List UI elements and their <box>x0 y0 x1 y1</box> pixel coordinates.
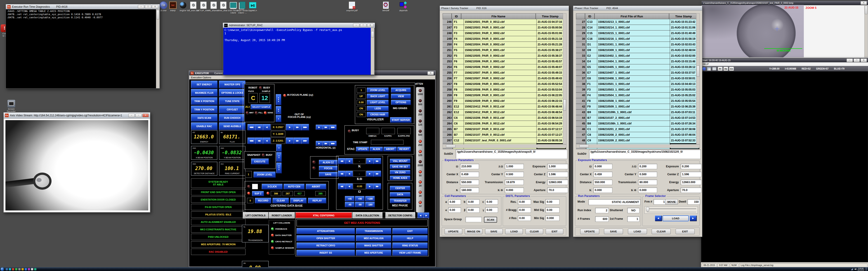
md2-grid-md2-autoalign-button[interactable]: MD2 AUTOALIGN <box>356 235 391 241</box>
survey-clear-button[interactable]: CLEAR <box>526 229 543 234</box>
table-row[interactable]: 246F11508210501_PAIR_0_0012.cbf21-AUG-15… <box>442 19 566 25</box>
md2-data-button[interactable]: DATA <box>390 192 410 197</box>
replay-button[interactable]: REPLAY <box>308 198 326 203</box>
kappa-jog-right-2-icon[interactable]: ▶▶ <box>373 158 381 164</box>
save-button[interactable]: SAVE <box>319 172 338 177</box>
exposure-exposure[interactable]: 1.000 <box>547 164 568 169</box>
crystal-snapshot-image[interactable]: 21-AUG-15 50 MICRONS <box>702 5 804 57</box>
vm-zero-button[interactable]: VM ZERO <box>390 170 410 174</box>
table-row[interactable]: 47C81508210208_2_0001.cbf21-AUG-15 07:46… <box>576 132 700 138</box>
abort-centering-button[interactable]: ABORT <box>306 184 326 189</box>
table-row[interactable]: 251F51508210505_PAIR_0_0001.cbf21-AUG-15… <box>442 47 566 53</box>
md2-grid-open-shutter-button[interactable]: OPEN SHUTTER <box>297 235 355 241</box>
survey-subdir-value[interactable]: /gpfs1/users/harvard/sirano_C_1535/image… <box>456 149 567 159</box>
x-jog-left-1-icon[interactable]: ◀ <box>263 124 271 130</box>
z-jog-right-1-icon[interactable]: ▶ <box>286 138 293 144</box>
atten-slot[interactable]: 125 <box>418 150 422 160</box>
desktop-icon-10[interactable]: PDFxraychrt.pdf <box>345 1 359 12</box>
md2-grid-exit-button[interactable]: EXIT <box>393 228 428 234</box>
tab-robot-loader[interactable]: ROBOT LOADER <box>269 212 295 218</box>
maximize-icon[interactable]: □ <box>145 5 151 8</box>
frame-prev-icon[interactable]: ◀ <box>655 215 662 221</box>
table-row[interactable]: 258F81508210508_PAIR_0_0002.cbf21-AUG-15… <box>442 87 566 93</box>
jog-up-2-icon[interactable]: ▲▲ <box>276 106 281 114</box>
omega-jog-button[interactable]: +90 <box>355 196 365 201</box>
taskbar-item[interactable] <box>22 268 24 270</box>
tray-icon-volume[interactable] <box>854 268 856 270</box>
align-cz-button[interactable]: ALIGN CZ <box>319 160 338 165</box>
table-row[interactable]: 255F71508210507_PAIR_0_0001.cbf21-AUG-15… <box>442 70 566 76</box>
x-jog-right-2-icon[interactable]: ▶▶ <box>293 124 301 130</box>
run-hscroll[interactable] <box>576 144 700 148</box>
exposure-aperture[interactable]: 70.0 <box>681 188 702 193</box>
table-row[interactable]: 29C151508210215_1_0001.cbf21-AUG-15 01:4… <box>576 31 700 36</box>
table-row[interactable]: 32D91508210309_1_0001.cbf21-AUG-15 02:48… <box>576 47 700 53</box>
op-button[interactable]: RUN CHOOCH <box>219 114 246 122</box>
close-icon[interactable]: X <box>152 5 158 8</box>
maximize-icon[interactable]: □ <box>360 24 366 27</box>
sup-z-button[interactable]: SUP Z <box>252 191 264 196</box>
jog-down-3-icon[interactable]: ▼▼▼ <box>276 163 282 173</box>
camera-icon[interactable] <box>712 67 716 70</box>
xy-jog-right-3-icon[interactable]: ▶▶▶ <box>329 125 337 130</box>
taskbar-item[interactable] <box>6 268 8 270</box>
vis-light-level-button[interactable]: LIGHT LEVEL <box>367 100 389 105</box>
record-button[interactable]: RECORD <box>255 198 271 203</box>
zoom-level-button[interactable]: ZOOM LEVEL <box>254 172 276 177</box>
z-jog-right-2-icon[interactable]: ▶▶ <box>293 138 301 144</box>
survey-load-button[interactable]: LOAD <box>505 229 523 234</box>
exposure-distance[interactable]: 550.000 <box>593 179 612 185</box>
record-icon[interactable] <box>702 67 706 70</box>
z-jog-left-2-icon[interactable]: ◀◀ <box>255 138 263 144</box>
table-row[interactable]: 30C161508210216_1_0001.cbf21-AUG-15 01:5… <box>576 36 700 42</box>
tab-detector-config[interactable]: DETECTOR CONFIG <box>385 212 415 218</box>
taskbar-item[interactable] <box>18 268 21 270</box>
select-sample-button[interactable]: SELECT SAMPLE <box>251 104 272 109</box>
toolbar-hs-button[interactable]: Hs <box>723 67 728 71</box>
stac-align-button[interactable]: ALIGN <box>370 147 383 151</box>
table-row[interactable]: 259F91508210509_PAIR_0_0001.cbf21-AUG-15… <box>442 93 566 98</box>
table-row[interactable]: 263C61508210206_PAIR_0_0011.cbf21-AUG-15… <box>442 115 566 121</box>
axis-video-feed[interactable] <box>5 120 148 210</box>
survey-titlebar[interactable]: Phase I Survey Tracker PID: 616 <box>440 6 569 11</box>
md2-grid-view-last-frame-button[interactable]: VIEW LAST FRAME <box>393 250 428 256</box>
exposure-ω[interactable]: 210.000 <box>460 164 479 169</box>
exposure-aperture[interactable]: 70.0 <box>547 188 568 193</box>
survey-update-button[interactable]: UPDATE <box>445 229 462 234</box>
run-update-button[interactable]: UPDATE <box>580 229 599 234</box>
maximize-icon[interactable]: □ <box>854 59 860 62</box>
run-index-value[interactable]: 2 <box>595 208 609 213</box>
exposure-energy[interactable]: 12663.000 <box>681 179 702 185</box>
survey-table[interactable]: IDFile NameTime Stamp246F11508210501_PAI… <box>442 13 566 149</box>
table-row[interactable]: 39F31508210503_1_0001.cbf21-AUG-15 05:05… <box>576 87 700 93</box>
survey-image-on-button[interactable]: IMAGE ON <box>465 229 483 234</box>
taskbar-item[interactable] <box>12 268 14 270</box>
param-maxsig[interactable]: 0.00 <box>546 199 559 205</box>
z2-jog-right-1-icon[interactable]: ▶ <box>316 141 322 146</box>
cmd-scrollbar[interactable] <box>371 28 374 75</box>
param-β[interactable]: 0.00 <box>467 207 479 213</box>
table-row[interactable]: 264C61508210206_PAIR_0_0012.cbf21-AUG-15… <box>442 121 566 127</box>
param-b[interactable]: 0.00 <box>467 199 479 205</box>
exposure-ω[interactable]: 0.000 <box>593 164 612 169</box>
clear-centering-button[interactable]: CLEAR <box>273 198 289 203</box>
tab-scroll-left-icon[interactable]: ◀ <box>417 212 423 218</box>
run-save-button[interactable]: SAVE <box>604 229 623 234</box>
atten-slot[interactable]: 250 <box>418 140 422 150</box>
table-row[interactable]: 35E51508210405_1_0001.cbf21-AUG-15 03:26… <box>576 64 700 70</box>
diagnostics-scrollbar[interactable] <box>156 9 160 88</box>
z2-jog-right-2-icon[interactable]: ▶▶ <box>322 141 329 146</box>
exposure-δ-ω[interactable]: 0.200 <box>638 164 657 169</box>
atten-slot[interactable]: 50 <box>418 170 422 180</box>
survey-save-button[interactable]: SAVE <box>485 229 503 234</box>
vis-view-button[interactable]: VIEW <box>391 94 411 99</box>
viewer-scrollbar[interactable] <box>864 5 868 57</box>
table-row[interactable]: 46C11508210201_2_0001.cbf21-AUG-15 07:38… <box>576 127 700 132</box>
menu-help[interactable]: HELP <box>703 63 709 66</box>
exposure-exposure[interactable]: 0.200 <box>681 164 702 169</box>
jog-up-3-icon[interactable]: ▲▲▲ <box>276 94 281 105</box>
md2-grid-wake-shutter-button[interactable]: WAKE SHUTTER <box>356 242 391 248</box>
param-a[interactable]: 0.00 <box>448 199 461 205</box>
tab-lift-controls[interactable]: LIFT CONTROLS <box>243 212 268 218</box>
start-button[interactable] <box>1 268 4 271</box>
